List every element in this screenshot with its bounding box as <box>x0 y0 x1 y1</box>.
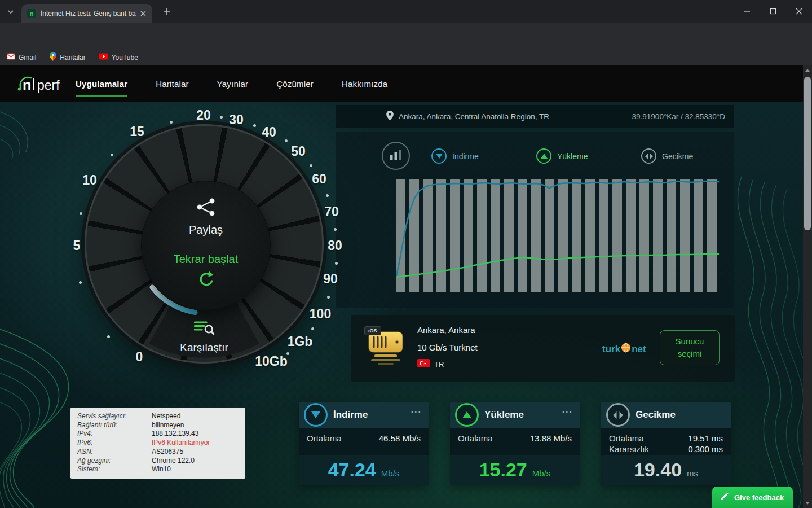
latency-unit: ms <box>687 468 698 478</box>
bookmark-gmail[interactable]: Gmail <box>7 53 36 62</box>
nav-item-cozumler[interactable]: Çözümler <box>276 79 314 89</box>
window-minimize-button[interactable] <box>734 0 760 23</box>
server-panel: iOS Ankara, Ankara 10 Gb/s Turknet TR tu… <box>351 315 735 382</box>
location-text: Ankara, Ankara, Central Anatolia Region,… <box>399 112 549 121</box>
jitter-label: Kararsızlık <box>609 444 649 454</box>
card-avg-section: Ortalama46.58 Mb/s <box>299 428 429 455</box>
legend-label: Yükleme <box>557 152 588 161</box>
gauge-scale-label: 90 <box>323 271 338 287</box>
info-row: Ağ gezgini:Chrome 122.0 <box>77 457 239 466</box>
nav-item-yayinlar[interactable]: Yayınlar <box>217 79 249 89</box>
gauge-scale-label: 15 <box>130 124 144 139</box>
avg-label: Ortalama <box>609 433 644 444</box>
location-separator <box>617 111 617 121</box>
legend-latency[interactable]: Gecikme <box>641 148 693 164</box>
share-label: Paylaş <box>189 224 223 237</box>
main-nav: Uygulamalar Haritalar Yayınlar Çözümler … <box>76 65 387 102</box>
gauge-scale-label: 70 <box>324 204 339 220</box>
tab-close-icon[interactable] <box>139 9 148 18</box>
server-country-code: TR <box>434 360 444 369</box>
browser-toolbar: nperf.com/tr/ <box>0 23 812 49</box>
gauge-scale-label: 5 <box>73 238 81 253</box>
bookmark-label: Gmail <box>19 54 36 62</box>
server-bandwidth: 10 Gb/s Turknet <box>417 343 478 352</box>
info-label: Servis sağlayıcı: <box>77 412 152 421</box>
turknet-globe-icon <box>621 343 631 356</box>
card-value-section: 47.24 Mb/s <box>299 455 429 485</box>
refresh-icon <box>197 270 215 288</box>
legend-label: Gecikme <box>662 152 693 161</box>
nperf-favicon-icon: n <box>27 9 36 18</box>
location-bar: Ankara, Ankara, Central Anatolia Region,… <box>336 105 734 128</box>
avg-label: Ortalama <box>458 433 493 444</box>
tab-title: İnternet Hız testi: Geniş bant ba <box>41 10 139 17</box>
turknet-prefix: turk <box>602 344 620 355</box>
chart-type-button[interactable] <box>382 142 410 170</box>
card-title: Gecikme <box>636 409 676 421</box>
card-header: Gecikme <box>601 402 731 428</box>
gauge-scale-label: 10Gb <box>255 354 288 369</box>
card-menu-button[interactable]: ... <box>562 405 573 415</box>
feedback-button[interactable]: Give feedback <box>712 487 793 508</box>
maps-icon <box>50 52 56 63</box>
compare-label: Karşılaştır <box>180 341 228 354</box>
result-card-latency: Gecikme Ortalama19.51 ms Kararsızlık0.30… <box>601 402 731 485</box>
bookmark-youtube[interactable]: YouTube <box>99 53 138 62</box>
nav-item-uygulamalar[interactable]: Uygulamalar <box>76 79 127 89</box>
card-title: İndirme <box>333 409 368 421</box>
gauge-scale-label: 100 <box>310 306 331 322</box>
card-menu-button[interactable]: ... <box>411 405 422 415</box>
nav-item-haritalar[interactable]: Haritalar <box>156 79 188 89</box>
latency-icon <box>606 403 630 427</box>
legend-upload[interactable]: Yükleme <box>536 148 588 164</box>
info-row: Bağlantı türü:bilinmeyen <box>77 421 239 430</box>
page-scrollbar[interactable] <box>803 65 812 508</box>
window-maximize-button[interactable] <box>760 0 786 23</box>
download-unit: Mb/s <box>381 468 400 478</box>
gauge-scale-label: 60 <box>312 172 326 187</box>
info-label: Ağ gezgini: <box>77 457 152 466</box>
bookmark-haritalar[interactable]: Haritalar <box>50 52 85 63</box>
browser-window: n İnternet Hız testi: Geniş bant ba <box>0 0 812 508</box>
info-row: IPv6:IPv6 Kullanılamıyor <box>77 439 239 448</box>
legend-label: İndirme <box>452 152 479 161</box>
bar-chart-icon <box>389 148 403 163</box>
youtube-icon <box>99 53 108 62</box>
scrollbar-down-button[interactable] <box>803 499 812 508</box>
feedback-label: Give feedback <box>734 493 784 502</box>
tab-search-chevron-icon[interactable] <box>6 7 16 17</box>
server-select-button[interactable]: Sunucu seçimi <box>660 330 720 365</box>
compare-icon <box>194 320 215 338</box>
nav-item-hakkimizda[interactable]: Hakkımızda <box>342 79 387 89</box>
pencil-icon <box>720 492 729 503</box>
info-value-ipv6: IPv6 Kullanılamıyor <box>152 439 239 448</box>
nperf-logo[interactable]: n perf <box>16 74 63 97</box>
card-header: Yükleme ... <box>450 402 580 428</box>
gmail-icon <box>7 53 15 62</box>
share-icon <box>196 198 215 218</box>
card-value-section: 15.27 Mb/s <box>450 455 580 485</box>
bookmark-label: YouTube <box>112 54 138 62</box>
new-tab-button[interactable] <box>160 5 174 19</box>
browser-tab[interactable]: n İnternet Hız testi: Geniş bant ba <box>21 4 152 23</box>
turknet-logo[interactable]: turk net <box>602 343 646 356</box>
gauge-divider <box>158 246 253 246</box>
svg-text:n: n <box>23 77 31 93</box>
info-value: Chrome 122.0 <box>152 457 239 466</box>
info-value: Win10 <box>152 465 239 474</box>
info-label: Sistem: <box>77 465 152 474</box>
gauge-scale-label: 50 <box>291 144 306 159</box>
bookmarks-bar: Gmail Haritalar YouTube <box>0 49 812 65</box>
scrollbar-thumb[interactable] <box>804 77 811 230</box>
connection-info-panel: Servis sağlayıcı:Netspeed Bağlantı türü:… <box>70 408 245 479</box>
restart-label: Tekrar başlat <box>174 253 239 266</box>
info-label: ASN: <box>77 448 152 457</box>
restart-button[interactable]: Tekrar başlat <box>174 253 239 288</box>
legend-download[interactable]: İndirme <box>431 148 479 164</box>
scrollbar-up-button[interactable] <box>803 65 812 75</box>
compare-button[interactable]: Karşılaştır <box>180 320 228 354</box>
share-button[interactable]: Paylaş <box>189 198 223 237</box>
latency-value: 19.40 <box>634 459 682 481</box>
window-close-button[interactable] <box>786 0 812 23</box>
card-avg-section: Ortalama19.51 ms Kararsızlık0.300 ms <box>601 428 731 455</box>
